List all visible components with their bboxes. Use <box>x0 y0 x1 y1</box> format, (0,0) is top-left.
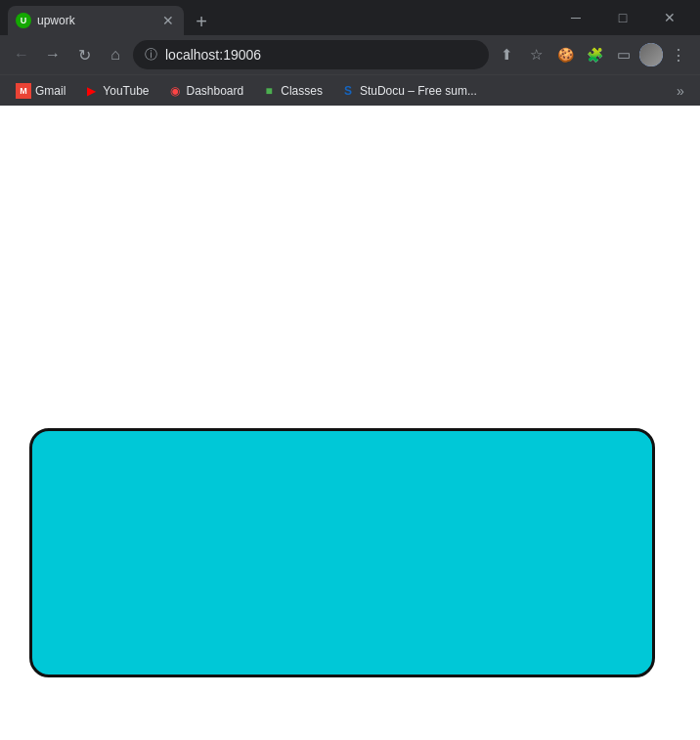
minimize-button[interactable]: ─ <box>553 2 598 33</box>
browser-chrome: U upwork ✕ + ─ □ ✕ ← → ↻ ⌂ ⓘ localhost:1… <box>0 0 700 106</box>
youtube-favicon-icon: ▶ <box>83 83 99 99</box>
window-controls: ─ □ ✕ <box>553 2 692 33</box>
cyan-rectangle <box>29 428 655 677</box>
tab-favicon: U <box>16 13 31 28</box>
bookmarks-bar: M Gmail ▶ YouTube ◉ Dashboard ■ Classes … <box>0 74 700 106</box>
bookmarks-more-button[interactable]: » <box>669 79 692 103</box>
bookmark-classes[interactable]: ■ Classes <box>253 79 330 103</box>
back-button[interactable]: ← <box>8 41 35 68</box>
home-button[interactable]: ⌂ <box>102 41 129 68</box>
gmail-favicon-icon: M <box>16 83 31 99</box>
bookmark-dashboard[interactable]: ◉ Dashboard <box>159 79 252 103</box>
title-bar: U upwork ✕ + ─ □ ✕ <box>0 0 700 35</box>
dashboard-favicon-icon: ◉ <box>167 83 183 99</box>
navigation-bar: ← → ↻ ⌂ ⓘ localhost:19006 ⬆ ☆ 🍪 🧩 ▭ ⋮ <box>0 35 700 74</box>
bookmark-youtube-label: YouTube <box>103 84 149 98</box>
address-url: localhost:19006 <box>165 47 477 63</box>
tab-title: upwork <box>37 14 154 27</box>
tab-close-button[interactable]: ✕ <box>160 13 176 28</box>
bookmark-studocu-label: StuDocu – Free sum... <box>360 84 477 98</box>
tab-bar: U upwork ✕ + <box>8 0 553 35</box>
bookmark-gmail[interactable]: M Gmail <box>8 79 73 103</box>
cast-button[interactable]: ▭ <box>610 41 637 68</box>
lock-icon: ⓘ <box>145 46 157 64</box>
bookmark-classes-label: Classes <box>281 84 323 98</box>
nav-actions: ⬆ ☆ 🍪 🧩 ▭ ⋮ <box>493 41 692 68</box>
active-tab[interactable]: U upwork ✕ <box>8 6 184 35</box>
profile-image <box>639 43 663 66</box>
address-bar[interactable]: ⓘ localhost:19006 <box>133 40 489 69</box>
bookmark-gmail-label: Gmail <box>35 84 66 98</box>
classes-favicon-icon: ■ <box>261 83 277 99</box>
bookmark-studocu[interactable]: S StuDocu – Free sum... <box>332 79 485 103</box>
profile-avatar[interactable] <box>639 43 663 66</box>
close-button[interactable]: ✕ <box>647 2 692 33</box>
cookie-icon[interactable]: 🍪 <box>551 41 579 68</box>
extensions-icon[interactable]: 🧩 <box>581 41 608 68</box>
bookmark-dashboard-label: Dashboard <box>187 84 244 98</box>
maximize-button[interactable]: □ <box>600 2 645 33</box>
share-button[interactable]: ⬆ <box>493 41 520 68</box>
forward-button[interactable]: → <box>39 41 66 68</box>
page-content <box>0 106 700 740</box>
menu-button[interactable]: ⋮ <box>665 41 692 68</box>
refresh-button[interactable]: ↻ <box>70 41 98 68</box>
upwork-favicon-icon: U <box>16 13 31 28</box>
bookmark-star-button[interactable]: ☆ <box>522 41 549 68</box>
new-tab-button[interactable]: + <box>188 8 215 35</box>
bookmark-youtube[interactable]: ▶ YouTube <box>75 79 156 103</box>
studocu-favicon-icon: S <box>340 83 356 99</box>
